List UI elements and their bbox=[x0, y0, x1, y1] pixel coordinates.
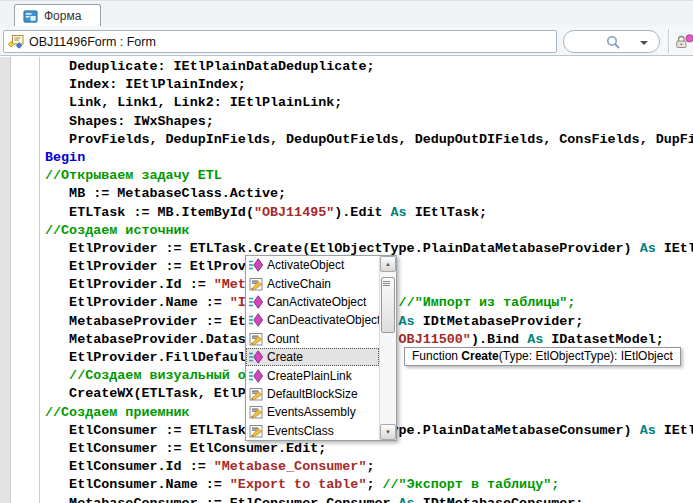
completion-item-label: Create bbox=[267, 350, 303, 364]
completion-item-ActiveChain[interactable]: ActiveChain bbox=[246, 274, 379, 292]
tab-label: Форма bbox=[44, 9, 81, 23]
popup-scrollbar[interactable]: ▲ ▼ bbox=[379, 256, 396, 440]
editor-gutter bbox=[0, 57, 11, 503]
completion-item-label: CanActivateObject bbox=[267, 295, 366, 309]
object-label: OBJ11496Form : Form bbox=[29, 35, 156, 49]
scrollbar-thumb[interactable] bbox=[381, 277, 395, 333]
completion-item-EventsClass[interactable]: EventsClass bbox=[246, 422, 379, 440]
search-icon[interactable] bbox=[606, 35, 621, 50]
code-line[interactable]: Link, Link1, Link2: IEtlPlainLink; bbox=[45, 94, 693, 112]
completion-item-ActivateObject[interactable]: ActivateObject bbox=[246, 256, 379, 274]
tooltip-function-name: Create bbox=[461, 349, 498, 363]
completion-item-label: EventsAssembly bbox=[267, 405, 356, 419]
signature-tooltip: Function Create(Type: EtlObjectType): IE… bbox=[404, 347, 681, 366]
property-icon bbox=[248, 331, 264, 347]
code-line[interactable]: EtlConsumer := EtlConsumer.Edit; bbox=[45, 440, 693, 458]
code-line[interactable]: Begin bbox=[45, 149, 693, 167]
lock-icon bbox=[674, 33, 693, 51]
completion-item-Create[interactable]: Create bbox=[246, 348, 379, 366]
code-line[interactable]: Index: IEtlPlainIndex; bbox=[45, 76, 693, 94]
code-line[interactable]: Deduplicate: IEtlPlainDataDeduplicate; bbox=[45, 58, 693, 76]
completion-item-EventsAssembly[interactable]: EventsAssembly bbox=[246, 403, 379, 421]
completion-item-label: ActiveChain bbox=[267, 277, 331, 291]
completion-item-Count[interactable]: Count bbox=[246, 330, 379, 348]
form-icon bbox=[23, 9, 38, 24]
tab-bar: Форма bbox=[0, 0, 693, 26]
code-line[interactable]: ProvFields, DedupInFields, DedupOutField… bbox=[45, 131, 693, 149]
tooltip-prefix: Function bbox=[412, 349, 461, 363]
completion-list: ActivateObject ActiveChain CanActivateOb… bbox=[246, 256, 379, 440]
method-icon bbox=[248, 349, 264, 365]
code-line[interactable]: MetabaseConsumer := EtlConsumer.Consumer… bbox=[45, 495, 693, 503]
scroll-down-arrow[interactable]: ▼ bbox=[380, 424, 396, 440]
completion-popup: ActivateObject ActiveChain CanActivateOb… bbox=[245, 255, 397, 441]
code-line[interactable]: //Создаем источник bbox=[45, 222, 693, 240]
scroll-up-arrow[interactable]: ▲ bbox=[380, 256, 396, 272]
method-icon bbox=[248, 294, 264, 310]
lock-button[interactable] bbox=[674, 30, 693, 53]
completion-item-label: EventsClass bbox=[267, 424, 334, 438]
toolbar: OBJ11496Form : Form bbox=[0, 26, 693, 56]
search-input[interactable] bbox=[563, 30, 660, 53]
completion-item-label: ActivateObject bbox=[267, 258, 344, 272]
property-icon bbox=[248, 386, 264, 402]
toolbar-separator bbox=[668, 29, 669, 53]
completion-item-label: Count bbox=[267, 332, 299, 346]
method-icon bbox=[248, 312, 264, 328]
completion-item-CanDeactivateObject[interactable]: CanDeactivateObject bbox=[246, 311, 379, 329]
method-icon bbox=[248, 257, 264, 273]
completion-item-CanActivateObject[interactable]: CanActivateObject bbox=[246, 293, 379, 311]
code-line[interactable]: EtlConsumer.Id := "Metabase_Consumer"; bbox=[45, 458, 693, 476]
completion-item-CreatePlainLink[interactable]: CreatePlainLink bbox=[246, 366, 379, 384]
fold-margin-line bbox=[39, 57, 40, 503]
completion-item-DefaultBlockSize[interactable]: DefaultBlockSize bbox=[246, 385, 379, 403]
code-line[interactable]: EtlConsumer.Name := "Export to table"; /… bbox=[45, 476, 693, 494]
chevron-down-icon[interactable] bbox=[640, 41, 648, 45]
completion-item-label: CanDeactivateObject bbox=[267, 313, 379, 327]
object-selector[interactable]: OBJ11496Form : Form bbox=[3, 30, 557, 53]
object-icon bbox=[8, 34, 24, 50]
code-line[interactable]: MB := MetabaseClass.Active; bbox=[45, 185, 693, 203]
code-line[interactable]: ETLTask := MB.ItemById("OBJ11495").Edit … bbox=[45, 204, 693, 222]
code-line[interactable]: //Открываем задачу ETL bbox=[45, 167, 693, 185]
property-icon bbox=[248, 404, 264, 420]
completion-item-label: DefaultBlockSize bbox=[267, 387, 358, 401]
code-line[interactable]: Shapes: IWxShapes; bbox=[45, 113, 693, 131]
tab-forma[interactable]: Форма bbox=[14, 4, 101, 27]
property-icon bbox=[248, 276, 264, 292]
property-icon bbox=[248, 423, 264, 439]
completion-item-label: CreatePlainLink bbox=[267, 369, 352, 383]
method-icon bbox=[248, 368, 264, 384]
scrollbar-grip bbox=[383, 281, 390, 282]
tooltip-signature: (Type: EtlObjectType): IEtlObject bbox=[499, 349, 673, 363]
